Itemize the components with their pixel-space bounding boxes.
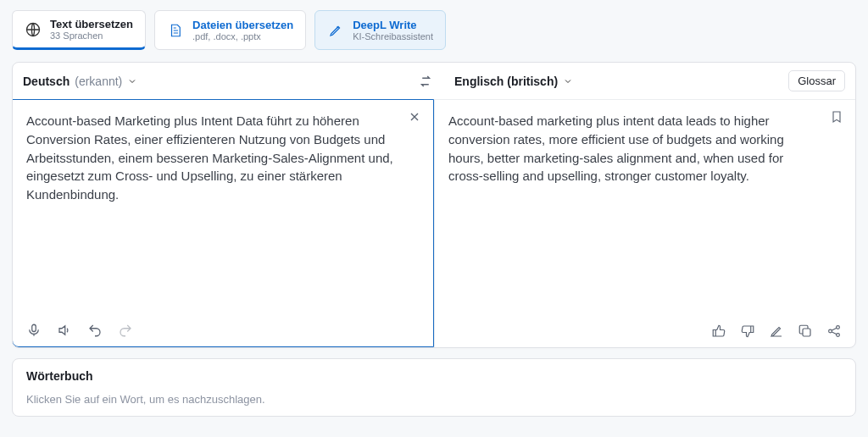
copy-icon[interactable] — [798, 324, 813, 339]
source-language-name: Deutsch — [23, 75, 70, 88]
source-language-selector[interactable]: Deutsch (erkannt) — [23, 75, 137, 88]
redo-icon[interactable] — [118, 323, 133, 338]
target-language-name: Englisch (britisch) — [454, 75, 558, 88]
pencil-icon — [327, 22, 344, 39]
microphone-icon[interactable] — [26, 323, 42, 338]
tab-deepl-write[interactable]: DeepL Write KI-Schreibassistent — [314, 10, 446, 50]
thumbs-down-icon[interactable] — [740, 324, 755, 339]
target-text-output[interactable]: Account-based marketing plus intent data… — [448, 112, 842, 318]
document-icon — [167, 22, 184, 39]
tab-title: DeepL Write — [353, 19, 433, 31]
source-text-input[interactable]: Account-based Marketing plus Intent Data… — [26, 112, 420, 318]
target-column: Account-based marketing plus intent data… — [434, 100, 855, 347]
clear-source-button[interactable] — [408, 110, 421, 124]
source-language-detected: (erkannt) — [75, 75, 122, 88]
svg-rect-1 — [32, 324, 36, 331]
edit-icon[interactable] — [769, 324, 784, 339]
target-language-selector[interactable]: Englisch (britisch) — [454, 75, 573, 88]
swap-languages-button[interactable] — [414, 74, 437, 89]
undo-icon[interactable] — [87, 323, 103, 338]
chevron-down-icon — [563, 76, 573, 86]
tab-subtitle: .pdf, .docx, .pptx — [192, 31, 293, 41]
tab-subtitle: KI-Schreibassistent — [353, 31, 433, 41]
tab-translate-files[interactable]: Dateien übersetzen .pdf, .docx, .pptx — [154, 10, 306, 50]
bookmark-button[interactable] — [830, 110, 843, 124]
source-toolbar — [26, 318, 420, 338]
tab-subtitle: 33 Sprachen — [50, 30, 133, 41]
translator-panel: Deutsch (erkannt) Englisch (britisch) Gl… — [12, 62, 856, 348]
thumbs-up-icon[interactable] — [711, 324, 726, 339]
dictionary-title: Wörterbuch — [26, 369, 842, 383]
top-tabs: Text übersetzen 33 Sprachen Dateien über… — [12, 10, 856, 50]
dictionary-hint: Klicken Sie auf ein Wort, um es nachzusc… — [26, 393, 842, 406]
tab-title: Dateien übersetzen — [192, 19, 293, 31]
tab-translate-text[interactable]: Text übersetzen 33 Sprachen — [12, 10, 146, 50]
source-column: Account-based Marketing plus Intent Data… — [12, 99, 434, 347]
chevron-down-icon — [127, 76, 137, 86]
svg-rect-2 — [803, 329, 810, 336]
dictionary-panel: Wörterbuch Klicken Sie auf ein Wort, um … — [12, 358, 856, 417]
speaker-icon[interactable] — [57, 323, 72, 338]
language-bar: Deutsch (erkannt) Englisch (britisch) Gl… — [13, 63, 855, 100]
glossary-button[interactable]: Glossar — [788, 70, 845, 91]
target-toolbar — [448, 318, 842, 339]
share-icon[interactable] — [826, 324, 842, 339]
globe-icon — [25, 21, 42, 38]
tab-title: Text übersetzen — [50, 18, 133, 30]
